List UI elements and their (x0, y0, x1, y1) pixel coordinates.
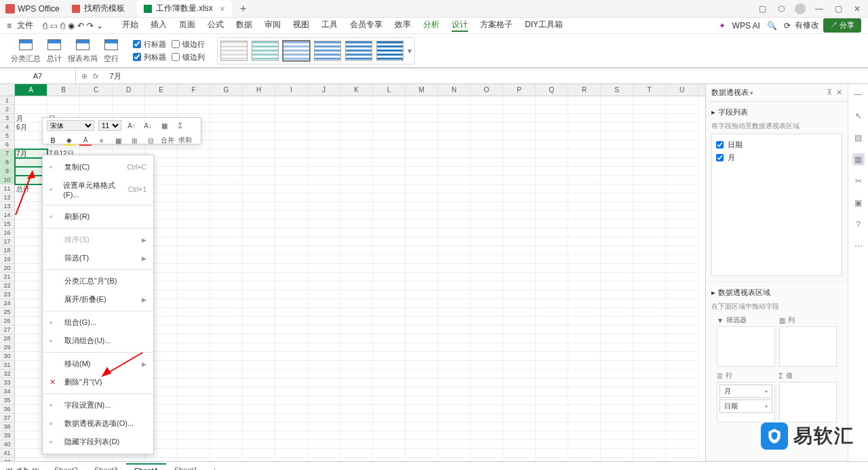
cell-J40[interactable] (308, 440, 340, 449)
cell-U31[interactable] (666, 361, 698, 370)
cell-M33[interactable] (406, 378, 438, 387)
cell-F15[interactable] (178, 220, 210, 229)
col-header-M[interactable]: M (406, 84, 438, 96)
cell-T33[interactable] (633, 378, 666, 387)
cell-M38[interactable] (406, 423, 438, 431)
cell-N2[interactable] (438, 105, 471, 114)
dropdown-icon[interactable]: ⌄ (96, 21, 103, 31)
row-header-39[interactable]: 39 (0, 431, 14, 440)
cell-L40[interactable] (373, 440, 406, 449)
cell-K6[interactable] (340, 140, 373, 149)
menu-tab-会员专享[interactable]: 会员专享 (350, 19, 382, 32)
cell-H20[interactable] (243, 264, 275, 273)
row-header-22[interactable]: 22 (0, 281, 14, 290)
file-menu[interactable]: 文件 (14, 18, 36, 33)
cell-J4[interactable] (308, 123, 340, 132)
cell-P32[interactable] (503, 370, 536, 378)
cell-M10[interactable] (406, 176, 438, 184)
cell-L6[interactable] (373, 140, 406, 149)
cell-T42[interactable] (633, 458, 666, 461)
layout-icon[interactable]: ▢ (757, 3, 768, 14)
cell-P4[interactable] (503, 123, 536, 132)
font-color-icon[interactable]: A (79, 135, 92, 146)
undo-icon[interactable]: ↶ (77, 21, 84, 31)
cell-P39[interactable] (503, 431, 536, 440)
cell-O24[interactable] (471, 299, 503, 308)
cell-M42[interactable] (406, 458, 438, 461)
cell-S1[interactable] (601, 96, 633, 105)
cell-H3[interactable] (243, 114, 275, 123)
menu-tab-审阅[interactable]: 审阅 (264, 19, 281, 32)
cell-J5[interactable] (308, 132, 340, 140)
cell-H24[interactable] (243, 299, 275, 308)
cell-M9[interactable] (406, 167, 438, 176)
add-sheet-button[interactable]: + (208, 464, 222, 471)
cell-T9[interactable] (633, 167, 666, 176)
cell-S25[interactable] (601, 308, 633, 317)
cell-S9[interactable] (601, 167, 633, 176)
decrease-font-icon[interactable]: A↓ (142, 120, 154, 131)
cell-L9[interactable] (373, 167, 406, 176)
cell-M8[interactable] (406, 158, 438, 167)
fx-icon[interactable]: fx (93, 72, 99, 81)
tab-close-icon[interactable]: × (220, 3, 225, 14)
cell-H6[interactable] (243, 140, 275, 149)
cell-K40[interactable] (340, 440, 373, 449)
cell-J34[interactable] (308, 387, 340, 396)
cell-Q13[interactable] (536, 202, 568, 211)
cell-M4[interactable] (406, 123, 438, 132)
row-header-26[interactable]: 26 (0, 317, 14, 326)
cell-I14[interactable] (275, 211, 308, 220)
cell-I39[interactable] (275, 431, 308, 440)
cell-R10[interactable] (568, 176, 601, 184)
cell-S37[interactable] (601, 414, 633, 423)
cell-F8[interactable] (178, 158, 210, 167)
cell-I3[interactable] (275, 114, 308, 123)
menu-tab-设计[interactable]: 设计 (452, 19, 468, 32)
row-header-34[interactable]: 34 (0, 387, 14, 396)
cell-U16[interactable] (666, 229, 698, 237)
cell-I20[interactable] (275, 264, 308, 273)
rows-drop[interactable]: 月▾ 日期▾ (717, 382, 775, 423)
cell-J9[interactable] (308, 167, 340, 176)
cell-N3[interactable] (438, 114, 471, 123)
cell-L7[interactable] (373, 149, 406, 158)
row-header-36[interactable]: 36 (0, 405, 14, 414)
cell-G13[interactable] (210, 202, 243, 211)
cell-G14[interactable] (210, 211, 243, 220)
cell-Q26[interactable] (536, 317, 568, 326)
cell-F20[interactable] (178, 264, 210, 273)
font-select[interactable]: 宋体 (47, 120, 94, 131)
cell-S38[interactable] (601, 423, 633, 431)
cell-O4[interactable] (471, 123, 503, 132)
cell-H33[interactable] (243, 378, 275, 387)
cell-K27[interactable] (340, 326, 373, 334)
cell-P9[interactable] (503, 167, 536, 176)
cell-Q15[interactable] (536, 220, 568, 229)
col-header-J[interactable]: J (308, 84, 340, 96)
cell-I22[interactable] (275, 281, 308, 290)
cell-I8[interactable] (275, 158, 308, 167)
cell-H36[interactable] (243, 405, 275, 414)
row-header-14[interactable]: 14 (0, 211, 14, 220)
cell-K26[interactable] (340, 317, 373, 326)
col-header-Q[interactable]: Q (536, 84, 568, 96)
cell-G8[interactable] (210, 158, 243, 167)
cell-H11[interactable] (243, 184, 275, 193)
cell-S10[interactable] (601, 176, 633, 184)
cell-I32[interactable] (275, 370, 308, 378)
cell-L17[interactable] (373, 237, 406, 246)
cell-L42[interactable] (373, 458, 406, 461)
save-icon[interactable]: ⎙ (43, 21, 47, 31)
cell-H26[interactable] (243, 317, 275, 326)
cell-L38[interactable] (373, 423, 406, 431)
ctx-pivot[interactable]: ▫数据透视表选项(O)... (43, 414, 153, 433)
cell-K41[interactable] (340, 449, 373, 458)
cell-J29[interactable] (308, 343, 340, 352)
cell-Q39[interactable] (536, 431, 568, 440)
cell-N15[interactable] (438, 220, 471, 229)
cell-G28[interactable] (210, 334, 243, 343)
cell-S35[interactable] (601, 396, 633, 405)
cell-U12[interactable] (666, 193, 698, 202)
cell-M7[interactable] (406, 149, 438, 158)
